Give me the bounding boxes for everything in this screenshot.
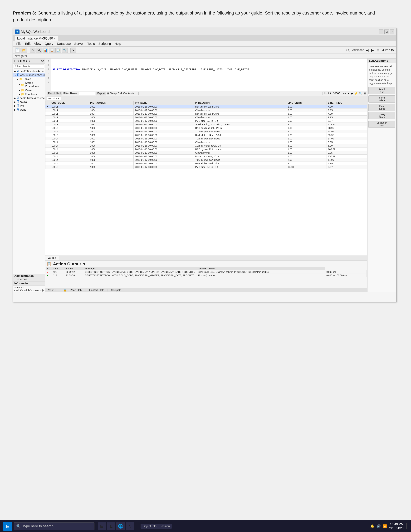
notification-icon[interactable]: 🔔 bbox=[370, 524, 374, 528]
schema-item-1[interactable]: ▼ 🗄 ces236module5courseproje bbox=[13, 73, 45, 77]
menu-scripting[interactable]: Scripting bbox=[97, 42, 112, 46]
schemas-search-input[interactable] bbox=[14, 64, 44, 68]
schema-item-6[interactable]: ▶ 🗄 ces236week2courseproject bbox=[13, 96, 45, 100]
col-header-line-price[interactable]: LINE_PRICE bbox=[327, 101, 367, 105]
query-stats-tool-button[interactable]: QueryStats bbox=[368, 112, 395, 119]
col-header-inv-number[interactable]: INV_NUMBER bbox=[89, 101, 134, 105]
table-row[interactable]: 1001210032018-01-16 00:00:00Rnd. cloth, … bbox=[46, 133, 367, 137]
open-file-button[interactable]: 📂 bbox=[21, 48, 27, 53]
session-label[interactable]: Session bbox=[159, 525, 170, 528]
results-area[interactable]: CUS_CODE INV_NUMBER INV_DATE P_DESCRIPT … bbox=[45, 101, 367, 256]
limit-select[interactable]: Limit to 10000 rows bbox=[323, 92, 350, 95]
toolbar-btn-1[interactable]: ⚙ bbox=[30, 48, 36, 53]
table-row[interactable]: 1001210032018-01-16 00:00:007.25-in. pwr… bbox=[46, 130, 367, 133]
table-row[interactable]: 1001110042018-01-17 00:00:00Claw hammer2… bbox=[46, 108, 367, 112]
schemas-settings-icon[interactable]: ⚙ bbox=[41, 59, 44, 63]
toolbar-btn-7[interactable]: ➤ bbox=[70, 48, 76, 53]
taskbar-app-1[interactable]: E bbox=[107, 522, 115, 530]
col-header-line-units[interactable]: LINE_UNITS bbox=[286, 101, 327, 105]
toolbar-btn-2[interactable]: 🔌 bbox=[36, 48, 42, 53]
table-row[interactable]: 1001410062018-01-17 00:00:007.25-in. pwr… bbox=[46, 158, 367, 162]
table-cell: 1.00 bbox=[286, 133, 327, 137]
table-row[interactable]: 1001110082018-01-17 00:00:00PVC pipe, 3.… bbox=[46, 119, 367, 123]
toolbar-btn-3[interactable]: 📊 bbox=[43, 48, 48, 53]
table-row[interactable]: 1001410012018-01-16 00:00:00Claw hammer1… bbox=[46, 140, 367, 144]
query-content[interactable]: SELECT DISTINCTROW INVOICE.CUS_CODE, INV… bbox=[51, 58, 367, 91]
table-row[interactable]: 1001510062018-01-17 00:00:00Claw hammer1… bbox=[46, 151, 367, 155]
query-icon-1[interactable]: ▶ bbox=[351, 92, 353, 95]
network-icon[interactable]: 📶 bbox=[383, 524, 387, 528]
filter-rows-input[interactable] bbox=[79, 92, 95, 95]
table-row[interactable]: 1001110062018-01-17 00:00:00Claw hammer1… bbox=[46, 116, 367, 119]
menu-database[interactable]: Database bbox=[55, 42, 72, 46]
query-icon-4[interactable]: ⊞ bbox=[364, 92, 366, 95]
table-row[interactable]: 1001410012018-01-16 00:00:007.25-in. pwr… bbox=[46, 137, 367, 140]
query-icon-3[interactable]: 🔍 bbox=[359, 92, 363, 95]
table-cell: Claw hammer bbox=[194, 116, 286, 119]
schema-item-9[interactable]: ▶ 🗄 world bbox=[13, 108, 45, 112]
snippets-label[interactable]: Snippets bbox=[111, 289, 121, 292]
table-row[interactable]: 1001110112018-01-17 00:00:00Steel mattin… bbox=[46, 123, 367, 126]
col-header-p-descript[interactable]: P_DESCRIPT bbox=[194, 101, 286, 105]
taskbar-app-0[interactable]: ⊞ bbox=[98, 522, 106, 530]
result-tab-1[interactable]: Result 3 × bbox=[47, 96, 61, 100]
taskbar-app-3[interactable]: N bbox=[126, 522, 134, 530]
jump-to-button[interactable]: Jump to bbox=[381, 48, 395, 52]
result-grid-tool-button[interactable]: ResultGrid bbox=[368, 87, 395, 94]
table-row[interactable]: ▶1001110012018-01-16 00:00:00Rat-tail fi… bbox=[46, 105, 367, 108]
menu-view[interactable]: View bbox=[33, 42, 43, 46]
toolbar-btn-4[interactable]: 📋 bbox=[49, 48, 55, 53]
table-row[interactable]: 1001110042018-01-17 00:00:00Rat-tail fil… bbox=[46, 112, 367, 116]
schema-item-stored-procs[interactable]: ▶ 📁 Stored Procedures bbox=[13, 81, 45, 88]
schema-item-tables[interactable]: ▼ 📁 Tables bbox=[13, 77, 45, 81]
field-types-tool-button[interactable]: FieldTypes bbox=[368, 104, 395, 111]
show-desktop-button[interactable] bbox=[406, 523, 408, 529]
nav-prev-button[interactable]: ◀ bbox=[365, 48, 369, 52]
output-tab[interactable]: Output bbox=[45, 256, 59, 260]
query-icon-2[interactable]: ⚡ bbox=[355, 92, 358, 95]
col-header-inv-date[interactable]: INV_DATE bbox=[134, 101, 194, 105]
menu-edit[interactable]: Edit bbox=[23, 42, 32, 46]
minimize-button[interactable]: — bbox=[379, 29, 383, 34]
menu-help[interactable]: Help bbox=[113, 42, 123, 46]
close-button[interactable]: × bbox=[390, 29, 394, 34]
schema-item-8[interactable]: ▶ 🗄 sys bbox=[13, 104, 45, 108]
table-row[interactable]: 1001410062018-01-17 00:00:00Hose chain s… bbox=[46, 155, 367, 158]
table-row[interactable]: 1001510072018-01-17 00:00:00Rat-tail fil… bbox=[46, 162, 367, 165]
taskbar-search[interactable]: 🔍 Type here to search bbox=[14, 522, 94, 530]
toolbar-btn-6[interactable]: 🔧 bbox=[62, 48, 68, 53]
form-editor-tool-button[interactable]: FormEditor bbox=[368, 95, 395, 103]
problem-statement: Problem 3: Generate a listing of all pur… bbox=[13, 10, 383, 23]
object-info-button[interactable]: Object Info Session bbox=[140, 524, 172, 529]
schema-item-functions[interactable]: ▶ 📁 Functions bbox=[13, 92, 45, 96]
taskbar-app-2[interactable]: 🌐 bbox=[116, 522, 125, 530]
schema-item-7[interactable]: ▶ 🗄 sakila bbox=[13, 100, 45, 104]
toolbar-btn-5[interactable]: 📑 bbox=[56, 48, 61, 53]
new-file-button[interactable]: 📄 bbox=[15, 48, 20, 53]
jump-to-icon[interactable]: ⊞ bbox=[376, 48, 380, 52]
col-header-cus-code[interactable]: CUS_CODE bbox=[50, 101, 89, 105]
action-output-dropdown[interactable]: ▼ bbox=[82, 261, 86, 266]
table-row[interactable]: 1001410062018-01-16 00:00:001.25-in. met… bbox=[46, 144, 367, 148]
schema-item-views[interactable]: ▶ 📁 Views bbox=[13, 88, 45, 92]
table-row[interactable]: 1001810052018-01-17 00:00:00PVC pipe, 3.… bbox=[46, 165, 367, 169]
start-button[interactable]: ⊞ bbox=[3, 522, 12, 531]
table-row[interactable]: 1001410062018-01-16 00:00:00B&D jigsaw, … bbox=[46, 148, 367, 151]
nav-next-button[interactable]: ▶ bbox=[370, 48, 375, 52]
menu-tools[interactable]: Tools bbox=[86, 42, 97, 46]
context-help-label[interactable]: Context Help bbox=[89, 289, 104, 292]
execution-plan-tool-button[interactable]: ExecutionPlan bbox=[368, 121, 395, 128]
result-grid-button[interactable]: Result Grid bbox=[47, 92, 62, 95]
schema-item-0[interactable]: ▶ 🗄 ces236module4courseproject bbox=[13, 69, 45, 73]
tab-close-icon[interactable]: × bbox=[54, 37, 55, 40]
schemas-tab-label[interactable]: Schemas bbox=[16, 278, 27, 281]
menu-query[interactable]: Query bbox=[43, 42, 55, 46]
table-row[interactable]: 1001210032018-01-16 00:00:00B&D cordless… bbox=[46, 126, 367, 130]
export-button[interactable]: Export bbox=[96, 92, 106, 95]
menu-server[interactable]: Server bbox=[73, 42, 85, 46]
main-tab[interactable]: Local instance MySQL80 × bbox=[14, 36, 58, 41]
menu-file[interactable]: File bbox=[15, 42, 23, 46]
query-editor[interactable]: 1 2 3 4 5 6 SELECT DISTINCTROW INVOICE.C… bbox=[45, 58, 367, 91]
maximize-button[interactable]: □ bbox=[384, 29, 389, 34]
volume-icon[interactable]: 🔊 bbox=[377, 524, 381, 528]
